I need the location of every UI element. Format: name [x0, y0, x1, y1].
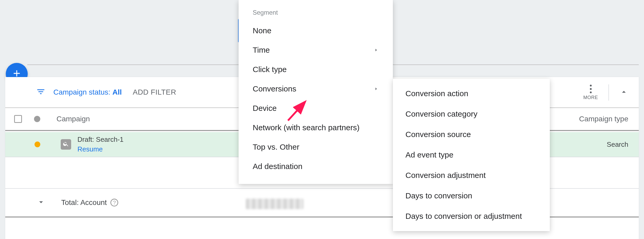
status-value: All	[112, 88, 122, 96]
resume-link[interactable]: Resume	[77, 145, 123, 153]
segment-item-click-type[interactable]: Click type	[239, 60, 393, 79]
search-icon	[63, 141, 69, 148]
segment-item-label: Click type	[253, 65, 287, 74]
segment-item-device[interactable]: Device	[239, 99, 393, 118]
campaign-cell: Draft: Search-1 Resume	[77, 135, 123, 153]
status-dot-paused-icon	[35, 142, 40, 147]
segment-item-top-vs-other[interactable]: Top vs. Other	[239, 137, 393, 157]
filter-icon[interactable]	[36, 87, 46, 97]
submenu-item-ad-event-type[interactable]: Ad event type	[393, 145, 550, 165]
status-label: Campaign status:	[53, 88, 112, 96]
chevron-right-icon	[374, 84, 379, 93]
segment-item-label: Conversions	[253, 84, 296, 93]
more-button[interactable]: MORE	[583, 85, 598, 100]
toolbar-right: MORE	[583, 77, 628, 108]
segment-item-label: Top vs. Other	[253, 143, 299, 151]
status-column-header[interactable]	[34, 116, 40, 122]
expand-totals-button[interactable]	[37, 198, 46, 208]
submenu-item-days-to-conversion[interactable]: Days to conversion	[393, 186, 550, 206]
more-vertical-icon	[590, 85, 592, 93]
segment-menu: Segment NoneTimeClick typeConversionsDev…	[239, 0, 393, 184]
segment-item-label: Device	[253, 104, 277, 113]
more-label: MORE	[583, 95, 598, 100]
divider	[608, 84, 609, 101]
column-header-type[interactable]: Campaign type	[579, 115, 628, 123]
segment-item-ad-destination[interactable]: Ad destination	[239, 157, 393, 176]
submenu-item-conversion-adjustment[interactable]: Conversion adjustment	[393, 165, 550, 186]
segment-item-label: Ad destination	[253, 162, 302, 171]
segment-item-label: Time	[253, 46, 270, 55]
submenu-item-conversion-category[interactable]: Conversion category	[393, 104, 550, 124]
chevron-right-icon	[374, 46, 379, 55]
segment-item-none[interactable]: None	[239, 21, 393, 40]
help-icon[interactable]: ?	[110, 199, 118, 207]
totals-label: Total: Account	[61, 198, 107, 207]
add-filter-button[interactable]: ADD FILTER	[133, 88, 176, 96]
segment-item-time[interactable]: Time	[239, 40, 393, 60]
campaign-name: Draft: Search-1	[77, 135, 123, 144]
segment-menu-header: Segment	[239, 9, 393, 21]
segment-item-label: Network (with search partners)	[253, 123, 359, 132]
segment-item-conversions[interactable]: Conversions	[239, 79, 393, 99]
column-header-campaign[interactable]: Campaign	[57, 115, 90, 123]
redacted-value	[246, 199, 303, 209]
campaign-type-icon	[61, 139, 71, 150]
segment-item-network-with-search-partners[interactable]: Network (with search partners)	[239, 118, 393, 137]
submenu-item-days-to-conversion-or-adjustment[interactable]: Days to conversion or adjustment	[393, 206, 550, 226]
select-all-checkbox[interactable]	[14, 115, 22, 123]
submenu-item-conversion-source[interactable]: Conversion source	[393, 124, 550, 145]
segment-item-label: None	[253, 26, 272, 35]
conversions-submenu: Conversion actionConversion categoryConv…	[393, 79, 550, 231]
collapse-button[interactable]	[619, 88, 628, 97]
campaign-status-chip[interactable]: Campaign status: All	[53, 88, 122, 96]
campaign-type-value: Search	[607, 140, 628, 149]
submenu-item-conversion-action[interactable]: Conversion action	[393, 83, 550, 104]
